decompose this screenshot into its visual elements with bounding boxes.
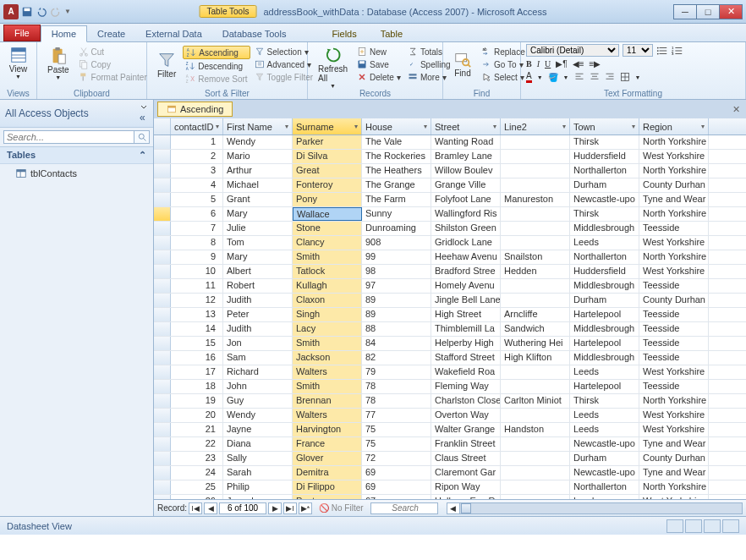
table-row[interactable]: 18JohnSmith78Fleming WayHartelepoolTeess… (154, 380, 746, 394)
font-color-button[interactable]: A (526, 71, 532, 83)
align-left-icon[interactable] (574, 72, 584, 82)
table-row[interactable]: 23SallyGlover72Claus StreetDurhamCounty … (154, 452, 746, 466)
table-row[interactable]: 24SarahDemitra69Claremont GarNewcastle-u… (154, 466, 746, 480)
table-row[interactable]: 4MichaelFonteroyThe GrangeGrange VilleDu… (154, 178, 746, 193)
home-tab[interactable]: Home (41, 25, 87, 42)
table-row[interactable]: 5GrantPonyThe FarmFolyfoot LaneManuresto… (154, 193, 746, 207)
paste-button[interactable]: Paste▼ (42, 44, 74, 83)
italic-button[interactable]: I (537, 59, 540, 69)
filter-button[interactable]: Filter (152, 44, 181, 85)
find-button[interactable]: Find (448, 44, 477, 83)
advanced-button[interactable]: Advanced ▾ (252, 58, 315, 70)
col-firstname[interactable]: First Name▾ (223, 118, 293, 135)
select-all-cell[interactable] (154, 118, 171, 135)
col-house[interactable]: House▾ (362, 118, 431, 135)
view-form-button[interactable] (704, 519, 721, 533)
table-row[interactable]: 1WendyParkerThe ValeWanting RoadThirskNo… (154, 135, 746, 150)
table-row[interactable]: 21JayneHarvington75Walter GrangeHandston… (154, 423, 746, 437)
new-record-button[interactable]: ▶* (299, 502, 312, 514)
col-surname[interactable]: Surname▾ (293, 118, 362, 135)
save-button[interactable]: Save (354, 58, 403, 70)
minimize-button[interactable]: ─ (673, 4, 697, 19)
format-painter-button[interactable]: Format Painter (76, 71, 150, 83)
table-row[interactable]: 2MarioDi SilvaThe RockeriesBramley LaneH… (154, 150, 746, 164)
gridlines-icon[interactable] (620, 72, 630, 82)
fields-tab[interactable]: Fields (320, 26, 368, 41)
fill-color-button[interactable]: 🪣 (548, 73, 558, 82)
font-select[interactable]: Calibri (Detail) (526, 44, 619, 57)
descending-button[interactable]: ZADescending (183, 60, 250, 72)
table-row[interactable]: 16SamJackson82Stafford StreetHigh Klifto… (154, 351, 746, 365)
chevron-down-icon[interactable] (140, 103, 148, 112)
external-data-tab[interactable]: External Data (135, 26, 212, 41)
numlist-icon[interactable]: 123 (672, 45, 683, 57)
table-row[interactable]: 8TomClancy908Gridlock LaneLeedsWest York… (154, 236, 746, 250)
ascending-button[interactable]: AZAscending (183, 46, 250, 59)
database-tools-tab[interactable]: Database Tools (212, 26, 297, 41)
table-row[interactable]: 15JonSmith84Helperby HighWuthering HeiHa… (154, 337, 746, 351)
table-row[interactable]: 3ArthurGreatThe HeathersWillow BoulevNor… (154, 164, 746, 178)
table-row[interactable]: 7JulieStoneDunroamingShilston GreenMiddl… (154, 222, 746, 236)
prev-record-button[interactable]: ◀ (204, 502, 217, 514)
nav-item-tblcontacts[interactable]: tblContacts (0, 164, 153, 183)
table-row[interactable]: 10AlbertTatlock98Bradford StreeHeddenHud… (154, 265, 746, 279)
underline-button[interactable]: U (545, 59, 551, 69)
cut-button[interactable]: Cut (76, 46, 150, 58)
align-right-icon[interactable] (605, 72, 615, 82)
new-button[interactable]: New (354, 46, 403, 58)
toggle-filter-button[interactable]: Toggle Filter (252, 71, 315, 83)
table-row[interactable]: 11RobertKullagh97Homely AvenuMiddlesbrou… (154, 279, 746, 294)
view-design-button[interactable] (685, 519, 702, 533)
horizontal-scrollbar[interactable]: ◀ (447, 502, 743, 514)
col-street[interactable]: Street▾ (431, 118, 501, 135)
record-current[interactable] (219, 502, 266, 514)
close-tab-button[interactable]: ✕ (729, 102, 743, 116)
indent-left-icon[interactable]: ◀≡ (573, 59, 584, 69)
font-size-select[interactable]: 11 (623, 44, 653, 57)
next-record-button[interactable]: ▶ (268, 502, 282, 514)
first-record-button[interactable]: I◀ (189, 502, 202, 514)
indent-right-icon[interactable]: ≡▶ (589, 59, 601, 69)
table-row[interactable]: 25PhilipDi Filippo69Ripon WayNorthallert… (154, 480, 746, 495)
table-row[interactable]: 22DianaFrance75Franklin StreetNewcastle-… (154, 437, 746, 452)
table-row[interactable]: 13PeterSingh89High StreetArncliffeHartel… (154, 308, 746, 322)
table-row[interactable]: 6MaryWallaceSunnyWallingford RisThirskNo… (154, 207, 746, 222)
view-layout-button[interactable] (722, 519, 739, 533)
delete-button[interactable]: Delete ▾ (354, 71, 403, 83)
refresh-all-button[interactable]: Refresh All▼ (313, 44, 353, 91)
redo-icon[interactable] (50, 6, 62, 18)
last-record-button[interactable]: ▶I (283, 502, 297, 514)
bold-button[interactable]: B (526, 59, 532, 69)
col-region[interactable]: Region▾ (639, 118, 709, 135)
view-button[interactable]: View▼ (5, 44, 31, 81)
create-tab[interactable]: Create (87, 26, 135, 41)
table-row[interactable]: 17RichardWalters79Wakefield RoaLeedsWest… (154, 365, 746, 380)
table-row[interactable]: 14JudithLacy88Thimblemill LaSandwichMidd… (154, 322, 746, 337)
datasheet-grid[interactable]: contactID▾ First Name▾ Surname▾ House▾ S… (154, 118, 746, 499)
col-town[interactable]: Town▾ (570, 118, 639, 135)
text-dir-icon[interactable]: ▶¶ (556, 59, 567, 69)
document-tab[interactable]: Ascending (157, 102, 233, 117)
nav-header[interactable]: All Access Objects « (0, 100, 153, 128)
remove-sort-button[interactable]: AZRemove Sort (183, 73, 250, 85)
nav-search-input[interactable] (3, 130, 134, 144)
copy-button[interactable]: Copy (76, 58, 150, 70)
list-icon[interactable] (656, 45, 668, 57)
save-icon[interactable] (21, 6, 33, 18)
undo-icon[interactable] (36, 6, 47, 18)
table-row[interactable]: 19GuyBrennan78Charlston CloseCarlton Min… (154, 394, 746, 409)
file-tab[interactable]: File (3, 25, 41, 41)
col-contactid[interactable]: contactID▾ (171, 118, 223, 135)
close-button[interactable]: ✕ (719, 4, 743, 19)
search-icon[interactable] (134, 130, 150, 144)
col-line2[interactable]: Line2▾ (501, 118, 570, 135)
record-search[interactable] (370, 502, 438, 514)
align-center-icon[interactable] (590, 72, 600, 82)
table-row[interactable]: 20WendyWalters77Overton WayLeedsWest Yor… (154, 409, 746, 423)
table-tab[interactable]: Table (369, 26, 414, 41)
maximize-button[interactable]: □ (696, 4, 720, 19)
table-row[interactable]: 12JudithClaxon89Jingle Bell LaneDurhamCo… (154, 294, 746, 308)
selection-button[interactable]: Selection ▾ (252, 46, 315, 58)
table-row[interactable]: 26JosephPasta67Hallows Eve RoLeedsWest Y… (154, 495, 746, 499)
view-datasheet-button[interactable] (666, 519, 683, 533)
